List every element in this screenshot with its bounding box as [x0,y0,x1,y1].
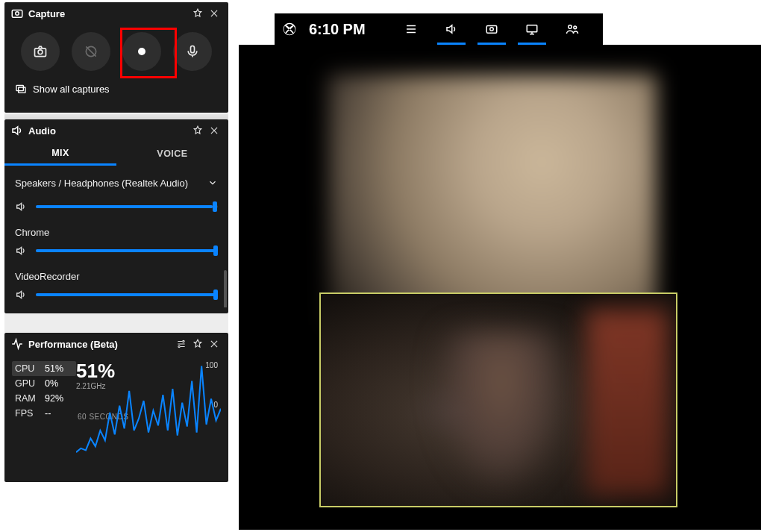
video-tile-self[interactable] [319,292,677,507]
performance-icon [10,337,24,351]
svg-rect-12 [486,26,497,34]
clock: 6:10 PM [309,21,391,38]
record-last-button[interactable] [72,32,110,71]
audio-tabs: MIX VOICE [4,142,228,166]
capture-button-row [4,25,228,77]
svg-rect-6 [191,46,195,53]
audio-body: Speakers / Headphones (Realtek Audio) Ch… [4,166,228,307]
xbox-social-button[interactable] [552,13,592,45]
performance-panel: Performance (Beta) CPU 51% GPU 0% RAM 92… [4,333,228,482]
pin-button[interactable] [190,5,206,22]
svg-rect-0 [12,10,22,18]
svg-rect-14 [527,25,537,32]
video-call-area [239,45,761,530]
audio-header: Audio [4,119,228,142]
microphone-button[interactable] [173,32,212,71]
capture-icon [10,7,24,20]
performance-graph: 51% 2.21GHz 100 0 60 SECONDS [76,361,221,421]
desktop-sliver [4,113,228,119]
start-recording-button[interactable] [122,32,161,71]
speaker-icon [15,201,31,213]
svg-point-9 [183,340,184,342]
app-volume-slider-0[interactable] [15,238,218,263]
output-device-name: Speakers / Headphones (Realtek Audio) [15,178,188,189]
stat-fps[interactable]: FPS -- [12,406,76,421]
performance-title: Performance (Beta) [28,339,173,350]
app-volume-slider-1[interactable] [15,282,218,307]
cpu-sparkline [76,361,221,460]
system-volume-slider[interactable] [15,194,218,219]
show-all-captures-text: Show all captures [33,84,110,95]
svg-point-1 [16,12,19,16]
audio-icon [10,124,24,137]
performance-body: CPU 51% GPU 0% RAM 92% FPS -- 51% 2.21GH… [4,355,228,421]
chevron-down-icon [207,178,218,188]
screenshot-button[interactable] [21,32,60,71]
svg-point-16 [574,26,577,29]
audio-pin-button[interactable] [190,122,206,139]
svg-rect-8 [19,87,25,93]
audio-close-button[interactable] [206,122,222,139]
app-volume-label-0: Chrome [15,227,218,238]
svg-point-15 [569,25,572,29]
perf-close-button[interactable] [206,336,222,352]
xbox-game-bar: 6:10 PM [275,13,603,45]
audio-panel: Audio MIX VOICE Speakers / Headphones (R… [4,119,228,313]
perf-pin-button[interactable] [190,336,206,352]
stat-ram[interactable]: RAM 92% [12,391,76,406]
tab-mix[interactable]: MIX [4,142,116,166]
widgets-menu-button[interactable] [391,13,431,45]
capture-title: Capture [28,8,190,19]
desktop-band [4,313,228,333]
svg-rect-7 [16,85,23,90]
performance-stats: CPU 51% GPU 0% RAM 92% FPS -- [12,361,76,421]
close-button[interactable] [206,5,222,22]
performance-widget-button[interactable] [512,13,552,45]
xbox-logo-icon[interactable] [275,22,304,37]
svg-point-13 [490,28,494,31]
audio-title: Audio [28,125,190,137]
show-all-captures-link[interactable]: Show all captures [4,77,228,102]
speaker-icon [15,289,31,301]
video-tile-remote [328,75,657,325]
audio-widget-button[interactable] [431,13,472,45]
speaker-icon [15,245,31,257]
capture-panel: Capture Show all captures [4,2,228,113]
perf-settings-button[interactable] [173,336,190,352]
output-device-select[interactable]: Speakers / Headphones (Realtek Audio) [15,172,218,194]
audio-scrollbar[interactable] [224,270,227,307]
tab-voice[interactable]: VOICE [116,142,228,166]
app-volume-label-1: VideoRecorder [15,271,218,282]
stat-gpu[interactable]: GPU 0% [12,376,76,391]
capture-widget-button[interactable] [472,13,512,45]
svg-point-3 [38,50,43,54]
svg-point-10 [178,345,180,347]
performance-header: Performance (Beta) [4,333,228,355]
svg-point-5 [138,48,145,55]
capture-header: Capture [4,2,228,25]
stat-cpu[interactable]: CPU 51% [12,361,76,376]
